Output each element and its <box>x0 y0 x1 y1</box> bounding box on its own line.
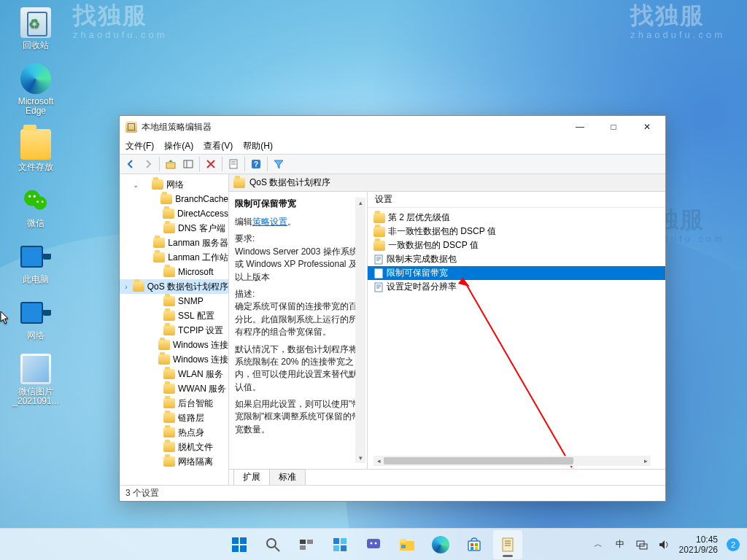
status-bar: 3 个设置 <box>120 485 665 501</box>
delete-button[interactable] <box>203 156 219 172</box>
wechat-image-icon[interactable]: 微信图片 _2021091... <box>9 354 63 406</box>
close-button[interactable]: ✕ <box>630 116 664 138</box>
svg-rect-16 <box>375 283 382 292</box>
tree-node[interactable]: SSL 配置 <box>120 308 228 323</box>
titlebar[interactable]: 本地组策略编辑器 — □ ✕ <box>120 116 665 138</box>
annotation-arrow <box>455 271 638 475</box>
forward-button[interactable] <box>140 156 156 172</box>
settings-label: 限制可保留带宽 <box>387 267 448 279</box>
watermark: 找独服zhaodufu.com <box>73 0 168 40</box>
settings-label: 设置定时器分辨率 <box>387 281 457 293</box>
tab-standard[interactable]: 标准 <box>269 469 306 485</box>
start-button[interactable] <box>225 530 254 559</box>
svg-rect-7 <box>184 160 193 168</box>
tree-node[interactable]: Microsoft <box>120 265 228 279</box>
tray-overflow-icon[interactable]: ︿ <box>592 538 605 551</box>
policy-icon <box>374 254 384 265</box>
folder-icon[interactable]: 文件存放 <box>9 129 63 172</box>
clock[interactable]: 10:45 2021/9/26 <box>679 534 718 555</box>
tree-node[interactable]: Windows 连接 <box>120 352 228 367</box>
settings-label: 限制未完成数据包 <box>387 253 457 265</box>
svg-point-3 <box>34 195 36 198</box>
tree-node[interactable]: ›QoS 数据包计划程序 <box>120 279 228 294</box>
svg-text:?: ? <box>254 160 258 168</box>
settings-list: 第 2 层优先级值非一致性数据包的 DSCP 值一致数据包的 DSCP 值限制未… <box>368 208 665 469</box>
svg-rect-20 <box>240 537 247 544</box>
settings-row[interactable]: 限制可保留带宽 <box>368 266 665 280</box>
svg-rect-31 <box>341 545 347 551</box>
tree-node[interactable]: WWAN 服务 <box>120 381 228 396</box>
svg-line-17 <box>462 278 572 467</box>
policy-icon <box>374 268 384 279</box>
tree-node[interactable]: Lanman 服务器 <box>120 236 228 250</box>
menu-file[interactable]: 文件(F) <box>125 140 154 152</box>
recycle-bin-icon[interactable]: 回收站 <box>9 7 63 50</box>
gpedit-taskbar-button[interactable] <box>493 530 522 559</box>
settings-row[interactable]: 限制未完成数据包 <box>368 252 665 266</box>
edge-icon[interactable]: Microsoft Edge <box>9 63 63 116</box>
maximize-button[interactable]: □ <box>597 116 630 138</box>
explorer-button[interactable] <box>392 530 422 559</box>
svg-rect-39 <box>471 543 473 546</box>
tree-node[interactable]: 链路层 <box>120 411 228 425</box>
tree-node[interactable]: WLAN 服务 <box>120 367 228 381</box>
filter-button[interactable] <box>271 156 287 172</box>
tree-node[interactable]: Lanman 工作站 <box>120 250 228 265</box>
help-button[interactable]: ? <box>248 156 264 172</box>
svg-rect-21 <box>232 545 239 552</box>
desc-scrollbar[interactable]: ▴▾ <box>355 198 365 463</box>
svg-rect-26 <box>307 540 313 544</box>
svg-point-2 <box>28 195 31 198</box>
tree-node[interactable]: 网络隔离 <box>120 454 228 469</box>
folder-icon <box>233 178 245 188</box>
menu-action[interactable]: 操作(A) <box>164 140 193 152</box>
svg-rect-14 <box>375 255 382 264</box>
taskview-button[interactable] <box>292 530 321 559</box>
edit-policy-link[interactable]: 策略设置 <box>252 217 287 227</box>
nav-tree[interactable]: ⌄网络 BranchCacheDirectAccessDNS 客户端Lanman… <box>120 174 229 485</box>
network-tray-icon[interactable] <box>635 538 649 551</box>
tree-node[interactable]: SNMP <box>120 294 228 308</box>
back-button[interactable] <box>123 156 139 172</box>
show-hide-tree-button[interactable] <box>180 156 196 172</box>
folder-icon <box>374 227 385 237</box>
settings-row[interactable]: 设置定时器分辨率 <box>368 280 665 294</box>
svg-rect-41 <box>471 547 473 550</box>
tree-node[interactable]: DirectAccess <box>120 206 228 221</box>
up-button[interactable] <box>163 156 179 172</box>
tree-node[interactable]: 后台智能 <box>120 396 228 411</box>
menu-view[interactable]: 查看(V) <box>204 140 233 152</box>
tree-node[interactable]: DNS 客户端 <box>120 221 228 236</box>
volume-tray-icon[interactable] <box>657 538 670 551</box>
settings-header[interactable]: 设置 <box>368 192 665 208</box>
tree-node[interactable]: BranchCache <box>120 192 228 206</box>
network-icon[interactable]: 网络 <box>9 298 63 341</box>
settings-row[interactable]: 非一致性数据包的 DSCP 值 <box>368 225 665 238</box>
wechat-icon[interactable]: 微信 <box>9 185 63 228</box>
properties-button[interactable] <box>225 156 241 172</box>
tree-node[interactable]: TCPIP 设置 <box>120 323 228 338</box>
this-pc-icon[interactable]: 此电脑 <box>9 241 63 284</box>
svg-point-23 <box>267 539 276 548</box>
widgets-button[interactable] <box>325 530 355 559</box>
breadcrumb: QoS 数据包计划程序 <box>229 174 665 192</box>
folder-icon <box>374 241 385 251</box>
settings-row[interactable]: 一致数据包的 DSCP 值 <box>368 238 665 252</box>
chat-button[interactable] <box>359 530 388 559</box>
notification-badge[interactable]: 2 <box>727 538 740 551</box>
tree-node[interactable]: 脱机文件 <box>120 440 228 454</box>
ime-indicator[interactable]: 中 <box>614 538 627 551</box>
tab-extended[interactable]: 扩展 <box>233 469 270 485</box>
tree-node[interactable]: Windows 连接 <box>120 338 228 352</box>
tree-node-network[interactable]: ⌄网络 <box>120 177 228 192</box>
menu-help[interactable]: 帮助(H) <box>243 140 273 152</box>
tree-node[interactable]: 热点身 <box>120 425 228 440</box>
settings-row[interactable]: 第 2 层优先级值 <box>368 211 665 225</box>
settings-h-scrollbar[interactable]: ◂▸ <box>374 456 651 466</box>
svg-rect-6 <box>166 163 175 168</box>
edge-taskbar-button[interactable] <box>426 530 455 559</box>
minimize-button[interactable]: — <box>563 116 597 138</box>
store-button[interactable] <box>460 530 489 559</box>
search-button[interactable] <box>258 530 287 559</box>
taskbar-center <box>225 530 522 559</box>
